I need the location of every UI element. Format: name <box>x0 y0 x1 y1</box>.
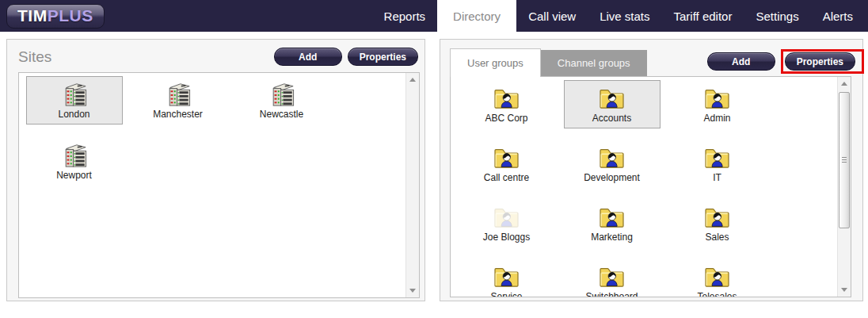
server-stack-icon <box>61 82 88 107</box>
group-item-label: Call centre <box>484 172 529 183</box>
groups-add-button[interactable]: Add <box>707 52 775 71</box>
arrow-down-icon <box>409 289 416 293</box>
nav-item-live-stats[interactable]: Live stats <box>588 0 661 32</box>
site-item-label: Newcastle <box>260 109 303 120</box>
sites-panel: Sites Add Properties London Manchester N… <box>6 39 425 301</box>
top-nav: TIMPLUS Reports Directory Call view Live… <box>0 0 868 32</box>
group-item-abc-corp[interactable]: ABC Corp <box>459 80 555 128</box>
site-item-label: Manchester <box>153 109 203 120</box>
server-stack-icon <box>61 143 88 168</box>
nav-item-settings[interactable]: Settings <box>744 0 810 32</box>
site-item-label: Newport <box>56 170 92 181</box>
group-item-development[interactable]: Development <box>564 140 661 188</box>
group-item-label: Telesales <box>697 291 737 297</box>
group-item-joe-bloggs[interactable]: Joe Bloggs <box>459 199 555 247</box>
groups-panel-header: User groups Channel groups Add Propertie… <box>440 40 862 76</box>
site-item-label: London <box>58 109 89 120</box>
server-stack-icon <box>165 82 192 107</box>
user-groups-list: ABC Corp Accounts Admin Call centre Deve… <box>450 76 851 297</box>
group-item-label: Development <box>584 172 640 183</box>
server-stack-icon <box>268 82 295 107</box>
groups-properties-button[interactable]: Properties <box>785 52 855 71</box>
main-content: Sites Add Properties London Manchester N… <box>0 32 868 301</box>
group-item-label: Switchboard <box>585 291 638 297</box>
scroll-up-button[interactable] <box>406 73 419 86</box>
sites-scrollbar[interactable] <box>405 73 419 297</box>
user-folder-icon <box>493 86 520 111</box>
group-item-label: ABC Corp <box>485 113 527 124</box>
site-item-manchester[interactable]: Manchester <box>130 76 227 125</box>
groups-scrollbar[interactable] <box>837 77 851 297</box>
scroll-thumb[interactable] <box>839 92 850 228</box>
user-groups-grid: ABC Corp Accounts Admin Call centre Deve… <box>451 77 851 297</box>
nav-item-directory[interactable]: Directory <box>437 0 516 32</box>
groups-tabs: User groups Channel groups <box>450 48 647 76</box>
user-folder-icon <box>704 205 731 230</box>
group-item-label: IT <box>713 172 721 183</box>
scroll-down-button[interactable] <box>406 284 419 297</box>
user-folder-icon <box>704 264 731 289</box>
arrow-down-icon <box>841 288 847 292</box>
site-item-london[interactable]: London <box>26 76 123 125</box>
scroll-down-button[interactable] <box>838 283 851 297</box>
user-folder-icon <box>599 145 626 170</box>
tab-channel-groups[interactable]: Channel groups <box>541 50 647 76</box>
user-folder-icon <box>599 205 626 230</box>
app-logo[interactable]: TIMPLUS <box>6 4 105 29</box>
user-folder-icon <box>493 205 520 230</box>
groups-panel: User groups Channel groups Add Propertie… <box>440 39 863 301</box>
group-item-call-centre[interactable]: Call centre <box>459 140 555 188</box>
user-folder-icon <box>599 264 626 289</box>
sites-list: London Manchester Newcastle Newport <box>18 72 420 298</box>
groups-buttons: Add Properties <box>707 49 856 74</box>
logo-text-tim: TIM <box>17 6 48 25</box>
nav-menu: Reports Directory Call view Live stats T… <box>372 0 865 32</box>
scroll-grip-icon <box>842 157 847 163</box>
scroll-up-button[interactable] <box>838 77 851 90</box>
user-folder-icon <box>704 86 731 111</box>
user-folder-icon <box>599 86 626 111</box>
group-item-admin[interactable]: Admin <box>669 80 766 128</box>
group-item-service[interactable]: Service <box>459 259 555 297</box>
nav-item-tariff-editor[interactable]: Tariff editor <box>662 0 744 32</box>
group-item-it[interactable]: IT <box>669 140 766 188</box>
sites-grid: London Manchester Newcastle Newport <box>19 73 419 198</box>
group-item-label: Accounts <box>592 113 631 124</box>
sites-title: Sites <box>18 48 51 66</box>
nav-item-reports[interactable]: Reports <box>372 0 438 32</box>
tab-user-groups[interactable]: User groups <box>450 48 541 77</box>
group-item-marketing[interactable]: Marketing <box>564 199 661 247</box>
arrow-up-icon <box>841 82 847 86</box>
sites-buttons: Add Properties <box>274 48 418 66</box>
group-item-label: Marketing <box>591 232 633 243</box>
group-item-sales[interactable]: Sales <box>669 199 766 247</box>
properties-highlight-annotation: Properties <box>781 49 864 74</box>
group-item-accounts[interactable]: Accounts <box>564 80 661 128</box>
nav-item-alerts[interactable]: Alerts <box>811 0 865 32</box>
group-item-telesales[interactable]: Telesales <box>669 259 766 297</box>
arrow-up-icon <box>409 78 416 82</box>
logo-text-plus: PLUS <box>48 6 93 25</box>
sites-add-button[interactable]: Add <box>274 48 342 66</box>
user-folder-icon <box>704 145 731 170</box>
site-item-newcastle[interactable]: Newcastle <box>234 76 330 125</box>
user-folder-icon <box>493 145 520 170</box>
group-item-switchboard[interactable]: Switchboard <box>564 259 661 297</box>
nav-item-call-view[interactable]: Call view <box>516 0 588 32</box>
sites-properties-button[interactable]: Properties <box>348 48 418 66</box>
site-item-newport[interactable]: Newport <box>26 137 123 186</box>
group-item-label: Joe Bloggs <box>483 232 530 243</box>
sites-panel-header: Sites Add Properties <box>7 40 424 68</box>
group-item-label: Sales <box>705 232 729 243</box>
group-item-label: Service <box>490 291 522 297</box>
group-item-label: Admin <box>703 113 730 124</box>
user-folder-icon <box>493 264 520 289</box>
